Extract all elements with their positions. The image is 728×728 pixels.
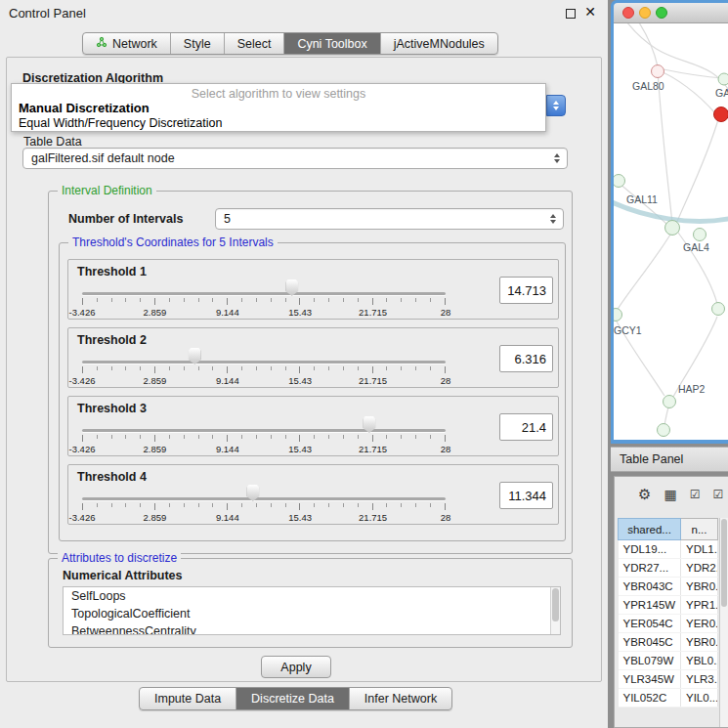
node-label: HAP2 xyxy=(678,383,706,395)
arrow-up-icon xyxy=(553,101,559,105)
network-node[interactable] xyxy=(652,65,664,78)
threshold-1-slider[interactable]: -3.426 2.859 9.144 15.43 21.715 28 xyxy=(76,279,451,319)
numerical-attributes-list[interactable]: SelfLoops TopologicalCoefficient Between… xyxy=(63,586,561,635)
network-node[interactable] xyxy=(658,424,670,437)
settings-gear-icon[interactable]: ⚙ xyxy=(638,486,651,503)
table-row[interactable]: YER054CYER0... xyxy=(619,615,718,633)
network-node[interactable] xyxy=(665,221,680,236)
tab-label: Discretize Data xyxy=(251,692,334,706)
column-header-shared-name[interactable]: shared... xyxy=(619,519,681,540)
table-columns-icon[interactable]: ▦ xyxy=(664,487,676,502)
slider-scale-labels: -3.426 2.859 9.144 15.43 21.715 28 xyxy=(82,512,446,523)
network-node-selected[interactable] xyxy=(714,107,728,122)
network-node[interactable] xyxy=(614,175,625,188)
threshold-2-slider[interactable]: -3.426 2.859 9.144 15.43 21.715 28 xyxy=(76,348,451,387)
list-item[interactable]: BetweennessCentrality xyxy=(64,622,560,635)
apply-button[interactable]: Apply xyxy=(261,656,331,678)
table-row[interactable]: YIL052CYIL0... xyxy=(619,689,718,707)
stepper-arrows-icon xyxy=(545,214,563,224)
dropdown-hint: Select algorithm to view settings xyxy=(12,87,545,101)
close-icon[interactable]: ✕ xyxy=(584,4,596,20)
node-label: GAL8 xyxy=(715,87,728,99)
table-panel-header[interactable]: Table Panel xyxy=(611,447,728,472)
threshold-1-value-field[interactable] xyxy=(499,277,553,304)
node-label: GAL80 xyxy=(632,80,664,92)
network-node[interactable] xyxy=(712,303,725,316)
list-item[interactable]: TopologicalCoefficient xyxy=(64,605,560,622)
close-traffic-light[interactable] xyxy=(622,7,634,19)
table-panel-body: ⚙ ▦ ☑ ☑ shared... n... YDL19...YDL1... Y… xyxy=(614,476,728,728)
table-row[interactable]: YDL19...YDL1... xyxy=(619,540,718,559)
network-node[interactable] xyxy=(614,309,622,321)
tab-network[interactable]: Network xyxy=(83,33,171,54)
table-toolbar: ⚙ ▦ ☑ ☑ xyxy=(615,477,728,512)
tab-jactivemnodules[interactable]: jActiveMNodules xyxy=(381,33,497,54)
arrow-down-icon xyxy=(553,107,559,110)
threshold-4-slider[interactable]: -3.426 2.859 9.144 15.43 21.715 28 xyxy=(76,485,451,524)
select-none-icon[interactable]: ☑ xyxy=(712,488,723,501)
table-row[interactable]: YPR145WYPR1... xyxy=(619,596,718,615)
tab-label: Style xyxy=(184,37,211,51)
tab-style[interactable]: Style xyxy=(171,33,225,54)
threshold-2-slider-thumb[interactable] xyxy=(189,348,201,364)
threshold-3-slider-thumb[interactable] xyxy=(363,416,375,433)
threshold-3-panel: Threshold 3 -3.426 2.859 9.144 15.43 21.… xyxy=(67,396,559,456)
tab-infer-network[interactable]: Infer Network xyxy=(350,688,451,709)
threshold-4-slider-thumb[interactable] xyxy=(246,485,259,501)
attributes-group: Attributes to discretize Numerical Attri… xyxy=(48,558,573,648)
network-canvas[interactable]: GAL80 GAL8 GAL11 GAL4 GCY1 HAP2 xyxy=(614,23,728,440)
group-legend: Threshold's Coordinates for 5 Intervals xyxy=(68,236,278,249)
algorithm-dropdown-menu: Select algorithm to view settings Manual… xyxy=(11,83,546,132)
tab-select[interactable]: Select xyxy=(225,33,285,54)
network-node[interactable] xyxy=(664,396,676,408)
table-row[interactable]: YBR045CYBR0... xyxy=(619,633,718,652)
table-scrollbar[interactable] xyxy=(719,518,728,727)
table-row[interactable]: YDR27...YDR2... xyxy=(619,559,718,578)
threshold-3-value-field[interactable] xyxy=(499,413,553,441)
network-nodes xyxy=(614,65,728,437)
table-row[interactable]: YBR043CYBR0... xyxy=(619,578,718,596)
threshold-4-panel: Threshold 4 -3.426 2.859 9.144 15.43 21.… xyxy=(67,464,559,525)
menu-item-equal-width-frequency[interactable]: Equal Width/Frequency Discretization xyxy=(19,116,222,130)
group-legend: Interval Definition xyxy=(58,184,156,197)
node-label: GAL4 xyxy=(683,241,709,253)
threshold-1-slider-thumb[interactable] xyxy=(285,279,298,296)
tab-impute-data[interactable]: Impute Data xyxy=(140,688,236,709)
threshold-2-value-field[interactable] xyxy=(499,345,553,372)
table-row[interactable]: YLR345WYLR3... xyxy=(619,670,718,689)
column-header-name[interactable]: n... xyxy=(681,519,718,540)
menu-item-manual-discretization[interactable]: Manual Discretization xyxy=(19,101,150,115)
network-window-titlebar[interactable] xyxy=(614,3,728,23)
thresholds-group: Threshold's Coordinates for 5 Intervals … xyxy=(59,242,566,541)
node-label: GAL11 xyxy=(626,193,658,205)
zoom-traffic-light[interactable] xyxy=(656,7,667,19)
list-scrollbar[interactable] xyxy=(550,587,560,634)
table-data-label: Table Data xyxy=(23,135,82,149)
network-tab-icon xyxy=(96,36,107,51)
network-node[interactable] xyxy=(694,229,707,241)
tab-discretize-data[interactable]: Discretize Data xyxy=(236,688,350,709)
panel-title: Control Panel xyxy=(9,6,86,21)
table-data-value: galFiltered.sif default node xyxy=(23,151,549,165)
threshold-3-slider[interactable]: -3.426 2.859 9.144 15.43 21.715 28 xyxy=(76,416,451,455)
table-row[interactable]: YBL079WYBL0... xyxy=(619,652,718,670)
minimize-traffic-light[interactable] xyxy=(639,7,651,19)
threshold-3-label: Threshold 3 xyxy=(77,402,147,415)
float-window-icon[interactable] xyxy=(566,9,576,19)
network-node[interactable] xyxy=(718,73,728,85)
num-intervals-select[interactable]: 5 xyxy=(215,208,564,230)
list-item[interactable]: SelfLoops xyxy=(64,587,560,605)
scrollbar-thumb[interactable] xyxy=(721,519,727,607)
numerical-attributes-title: Numerical Attributes xyxy=(63,569,182,582)
tab-cyni-toolbox[interactable]: Cyni Toolbox xyxy=(284,33,380,54)
slider-scale-labels: -3.426 2.859 9.144 15.43 21.715 28 xyxy=(82,307,446,318)
select-all-icon[interactable]: ☑ xyxy=(690,488,701,501)
num-intervals-label: Number of Intervals xyxy=(68,212,183,226)
top-tab-bar: Network Style Select Cyni Toolbox jActiv… xyxy=(82,32,498,55)
tab-label: Cyni Toolbox xyxy=(297,37,366,51)
scrollbar-thumb[interactable] xyxy=(552,588,559,621)
threshold-2-panel: Threshold 2 -3.426 2.859 9.144 15.43 21.… xyxy=(67,327,559,388)
table-data-select[interactable]: galFiltered.sif default node xyxy=(22,148,568,169)
algorithm-combo-arrows[interactable] xyxy=(546,95,566,116)
threshold-4-value-field[interactable] xyxy=(499,482,553,509)
